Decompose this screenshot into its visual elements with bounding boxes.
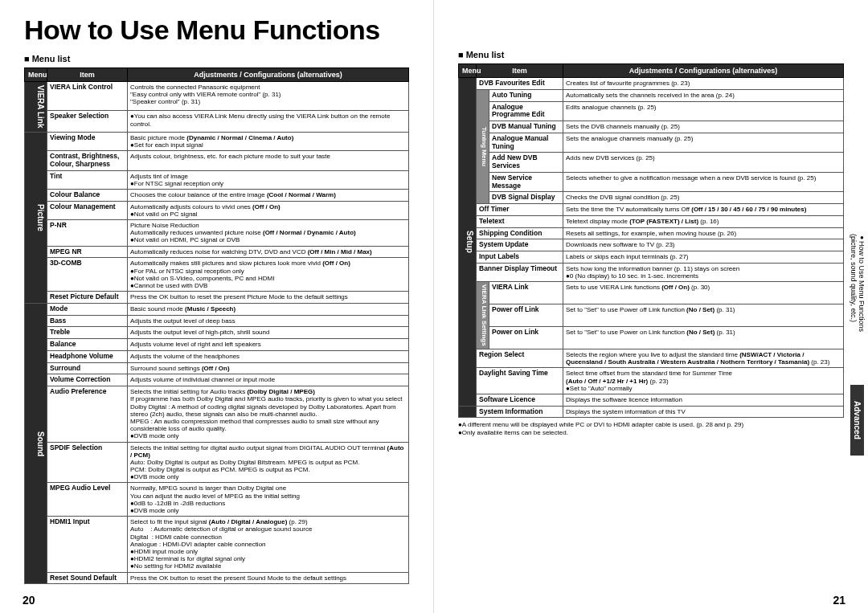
row-item: Reset Sound Default <box>47 572 128 584</box>
row-adj: Basic picture mode (Dynamic / Normal / C… <box>128 132 409 150</box>
side-tabs: ●How to Use Menu Functions(picture, soun… <box>846 229 868 456</box>
row-item: Banner Display Timeout <box>477 264 563 282</box>
menulist-heading-r: Menu list <box>458 50 844 60</box>
row-item: Power off Link <box>489 304 563 327</box>
col-menu: Menu <box>25 67 47 81</box>
row-item: Colour Balance <box>47 189 128 201</box>
row-adj: Chooses the colour balance of the entire… <box>128 189 409 201</box>
row-item: Contrast, Brightness, Colour, Sharpness <box>47 150 128 170</box>
row-adj: Labels or skips each input terminals (p.… <box>563 251 844 264</box>
row-item: Shipping Condition <box>477 227 563 239</box>
row-adj: Downloads new software to TV (p. 23) <box>563 239 844 251</box>
section-setup: Setup <box>459 77 477 406</box>
row-item: VIERA Link <box>489 282 563 304</box>
row-item: MPEG Audio Level <box>47 483 128 517</box>
row-item: System Update <box>477 239 563 251</box>
footnotes: ●A different menu will be displayed whil… <box>458 421 844 435</box>
row-item: Add New DVB Services <box>489 153 563 173</box>
page-number-right: 21 <box>833 594 845 607</box>
row-item: Input Labels <box>477 251 563 264</box>
page-title: How to Use Menu Functions <box>24 14 409 46</box>
row-adj: Press the OK button to reset the present… <box>128 292 409 304</box>
row-adj: Adjusts the volume of the headphones <box>128 350 409 362</box>
row-adj: Selects the region where you live to adj… <box>563 349 844 367</box>
row-item: Colour Management <box>47 201 128 219</box>
row-item: Analogue Manual Tuning <box>489 133 563 153</box>
row-item: System Information <box>477 406 563 418</box>
row-adj: Normally, MPEG sound is larger than Dolb… <box>128 483 409 517</box>
row-adj: Adjusts the output level of deep bass <box>128 315 409 327</box>
row-adj: Sets how long the information banner (p.… <box>563 264 844 282</box>
row-item: Mode <box>47 303 128 315</box>
section-vieralink: VIERA Link <box>25 82 47 133</box>
row-item: Software Licence <box>477 394 563 406</box>
row-adj: Picture Noise ReductionAutomatically red… <box>128 220 409 247</box>
row-adj: Adds new DVB services (p. 25) <box>563 153 844 173</box>
row-adj: Adjusts volume level of right and left s… <box>128 339 409 351</box>
row-item: Auto Tuning <box>489 89 563 101</box>
row-item: Reset Picture Default <box>47 292 128 304</box>
row-item: Tint <box>47 170 128 189</box>
row-item: Volume Correction <box>47 374 128 386</box>
page-number-left: 20 <box>23 594 35 607</box>
row-adj: Basic sound mode (Music / Speech) <box>128 303 409 315</box>
row-item: HDMI1 Input <box>47 517 128 572</box>
row-item: Balance <box>47 339 128 351</box>
row-adj: Sets to use VIERA Link functions (Off / … <box>563 282 844 304</box>
row-adj: Set to "Set" to use Power on Link functi… <box>563 327 844 349</box>
row-adj: Select time offset from the standard tim… <box>563 368 844 394</box>
row-item: Headphone Volume <box>47 350 128 362</box>
row-item: Speaker Selection <box>47 111 128 132</box>
col-item: Item <box>47 67 128 81</box>
row-adj: Automatically makes still pictures and s… <box>128 258 409 292</box>
subsection-vls: VIERA Link Settings <box>477 282 489 349</box>
row-item: Treble <box>47 327 128 339</box>
row-item: P-NR <box>47 220 128 247</box>
subsection-tuning: Tuning Menu <box>477 89 489 203</box>
row-item: DVB Manual Tuning <box>489 121 563 133</box>
row-adj: Adjusts volume of individual channel or … <box>128 374 409 386</box>
col-menu: Menu <box>459 63 477 77</box>
col-adj: Adjustments / Configurations (alternativ… <box>563 63 844 77</box>
row-item: Viewing Mode <box>47 132 128 150</box>
row-item: Bass <box>47 315 128 327</box>
row-adj: Sets the time the TV automatically turns… <box>563 204 844 216</box>
row-adj: Selects whether to give a notification m… <box>563 172 844 192</box>
row-adj: Edits analogue channels (p. 25) <box>563 101 844 121</box>
row-adj: Automatically reduces noise for watching… <box>128 246 409 258</box>
section-picture: Picture <box>25 132 47 303</box>
row-item: New Service Message <box>489 172 563 192</box>
section-sound: Sound <box>25 303 47 583</box>
row-adj: Sets the DVB channels manually (p. 25) <box>563 121 844 133</box>
row-adj: Surround sound settings (Off / On) <box>128 362 409 374</box>
row-item: Power on Link <box>489 327 563 349</box>
row-adj: Press the OK button to reset the present… <box>128 572 409 584</box>
menu-table-right: MenuItemAdjustments / Configurations (al… <box>458 63 844 419</box>
row-item: MPEG NR <box>47 246 128 258</box>
row-item: Daylight Saving Time <box>477 368 563 394</box>
row-adj: ●You can also access VIERA Link Menu dir… <box>128 111 409 132</box>
row-adj: Resets all settings, for example, when m… <box>563 227 844 239</box>
row-adj: Checks the DVB signal condition (p. 25) <box>563 192 844 204</box>
row-adj: Adjusts the output level of high-pitch, … <box>128 327 409 339</box>
row-item: SPDIF Selection <box>47 442 128 483</box>
row-adj: Adjusts colour, brightness, etc. for eac… <box>128 150 409 170</box>
row-item: VIERA Link Control <box>47 82 128 111</box>
row-adj: Set to "Set" to use Power off Link funct… <box>563 304 844 327</box>
row-adj: Controls the connected Panasonic equipme… <box>128 82 409 111</box>
menulist-heading-l: Menu list <box>24 54 409 64</box>
row-adj: Creates list of favourite programmes (p.… <box>563 77 844 89</box>
row-adj: Selects the initial setting for digital … <box>128 442 409 483</box>
row-adj: Displays the system information of this … <box>563 406 844 418</box>
row-adj: Automatically sets the channels received… <box>563 89 844 101</box>
row-item: 3D-COMB <box>47 258 128 292</box>
row-item: Surround <box>47 362 128 374</box>
row-item: DVB Signal Display <box>489 192 563 204</box>
row-adj: Adjusts tint of image●For NTSC signal re… <box>128 170 409 189</box>
row-adj: Select to fit the input signal (Auto / D… <box>128 517 409 572</box>
row-item: Region Select <box>477 349 563 367</box>
row-adj: Sets the analogue channels manually (p. … <box>563 133 844 153</box>
row-item: Off Timer <box>477 204 563 216</box>
row-item: Analogue Programme Edit <box>489 101 563 121</box>
row-adj: Selects the initial setting for Audio tr… <box>128 386 409 442</box>
